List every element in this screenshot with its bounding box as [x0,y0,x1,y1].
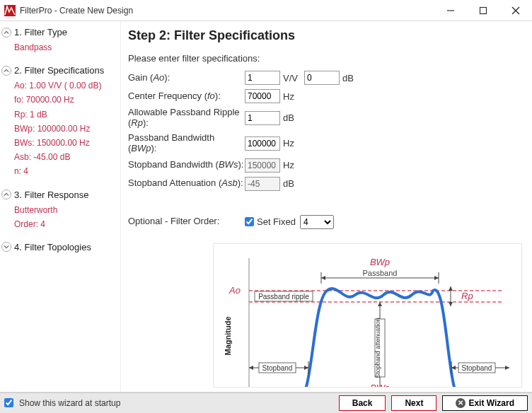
set-fixed-label: Set Fixed [257,216,296,227]
step-header-3[interactable]: 3. Filter Response [1,188,117,202]
step-detail: Bandpass [14,41,117,54]
step-detail: Butterworth [14,204,117,217]
filter-order-label: Optional - Filter Order: [128,216,245,227]
step-detail: Order: 4 [14,218,117,231]
gain-label: Gain (Ao): [128,73,245,83]
step-detail: Asb: -45.00 dB [14,151,117,164]
ripple-input[interactable] [245,111,280,125]
step-body: Ao: 1.00 V/V ( 0.00 dB)fo: 70000.00 HzRp… [1,77,117,182]
passband-bw-unit: Hz [283,138,304,149]
ripple-unit: dB [283,112,304,123]
passband-bw-label: Passband Bandwidth (BWp): [128,133,245,154]
svg-text:Passband ripple: Passband ripple [258,293,309,301]
stopband-bw-input[interactable] [245,158,280,173]
show-at-startup-label[interactable]: Show this wizard at startup [4,398,120,408]
ripple-label: Allowable Passband Ripple (Rp): [128,107,245,129]
filter-response-diagram: Magnitude BWp Passband Ao Rp [213,243,522,388]
svg-marker-18 [449,286,453,291]
svg-marker-10 [434,276,439,280]
gain-unit-db: dB [342,73,364,83]
step-header-1[interactable]: 1. Filter Type [1,25,117,39]
step-header-2[interactable]: 2. Filter Specifications [1,64,117,77]
step-detail: fo: 70000.00 Hz [14,93,117,107]
step-prompt: Please enter filter specifications: [128,53,522,64]
svg-text:Ao: Ao [229,285,241,296]
next-button[interactable]: Next [391,395,436,411]
wizard-steps-sidebar: 1. Filter TypeBandpass2. Filter Specific… [0,21,120,392]
center-freq-unit: Hz [283,91,304,102]
step-body: Bandpass [1,39,117,58]
close-button[interactable] [499,0,532,21]
step-detail: Rp: 1 dB [14,108,117,122]
filter-order-select[interactable]: 4 [300,215,334,229]
chevron-up-icon [1,190,11,199]
window-controls [434,0,532,21]
step-header-4[interactable]: 4. Filter Topologies [1,240,117,254]
svg-marker-40 [505,366,509,370]
svg-marker-30 [249,366,253,370]
step-detail: n: 4 [14,165,117,178]
svg-text:Stopband: Stopband [462,364,492,372]
exit-wizard-button[interactable]: ✕ Exit Wizard [442,395,528,411]
svg-marker-9 [321,276,325,280]
stopband-attn-input[interactable] [245,177,280,191]
stopband-attn-unit: dB [283,178,304,189]
chevron-up-icon [1,66,11,76]
svg-text:Stopband attenuation: Stopband attenuation [374,318,381,378]
svg-text:Rp: Rp [461,291,473,301]
svg-text:BWs: BWs [370,383,390,388]
svg-marker-19 [449,302,453,306]
app-icon [4,5,16,16]
step-title: 4. Filter Topologies [14,242,91,252]
step-body: ButterworthOrder: 4 [1,202,117,235]
step-title: 1. Filter Type [14,27,67,37]
show-at-startup-checkbox[interactable] [4,398,13,407]
svg-marker-23 [378,302,382,306]
svg-text:Magnitude: Magnitude [224,316,232,355]
gain-input[interactable] [245,71,280,85]
svg-text:BWp: BWp [370,257,390,267]
step-title: 3. Filter Response [14,190,89,200]
close-icon: ✕ [456,398,466,408]
svg-rect-1 [480,7,487,13]
main-panel: Step 2: Filter Specifications Please ent… [120,21,532,392]
svg-text:Passband: Passband [363,269,398,277]
center-freq-input[interactable] [245,89,280,103]
chevron-up-icon [1,28,11,37]
minimize-button[interactable] [434,0,467,21]
wizard-footer: Show this wizard at startup Back Next ✕ … [0,392,532,413]
svg-text:Stopband: Stopband [262,364,293,372]
stopband-attn-label: Stopband Attenuation (Asb): [128,178,245,189]
title-bar: FilterPro - Create New Design [0,0,532,21]
stopband-bw-label: Stopband Bandwidth (BWs): [128,160,245,170]
back-button[interactable]: Back [339,395,386,411]
window-title: FilterPro - Create New Design [20,6,133,16]
step-title: 2. Filter Specifications [14,65,104,76]
center-freq-label: Center Frequency (fo): [128,91,245,102]
set-fixed-checkbox[interactable] [245,217,254,226]
passband-bw-input[interactable] [245,136,280,151]
gain-db-input[interactable] [304,71,340,85]
maximize-button[interactable] [467,0,499,21]
step-detail: BWp: 100000.00 Hz [14,122,117,136]
step-detail: Ao: 1.00 V/V ( 0.00 dB) [14,79,117,93]
svg-marker-32 [304,366,308,370]
step-detail: BWs: 150000.00 Hz [14,136,117,150]
stopband-bw-unit: Hz [283,160,304,170]
chevron-down-icon [1,242,11,252]
step-heading: Step 2: Filter Specifications [128,28,522,43]
gain-unit-vv: V/V [283,73,304,83]
